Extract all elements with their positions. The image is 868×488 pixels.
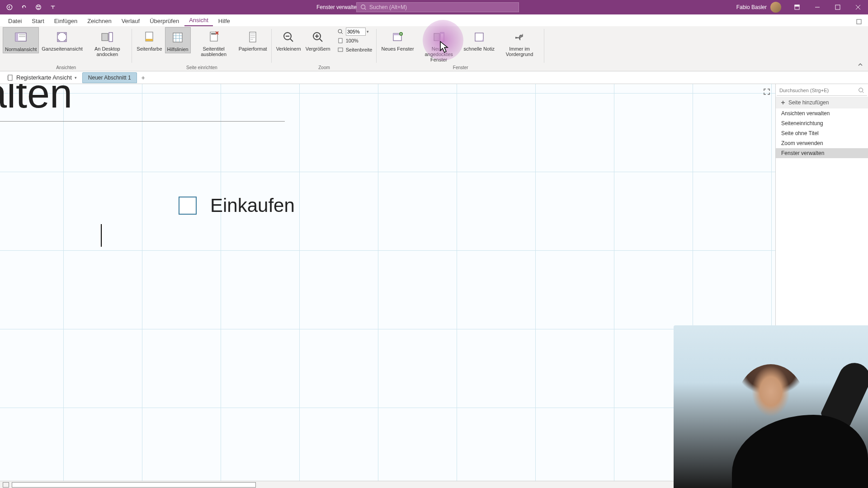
normalansicht-button[interactable]: Normalansicht [3,27,39,53]
qat-customize-button[interactable] [48,2,58,12]
canvas[interactable]: r verwalten Einkaufen [0,84,775,481]
page-item[interactable]: Ansichten verwalten [776,108,868,118]
checkbox-icon[interactable] [179,197,197,215]
svg-line-34 [341,33,343,34]
seitentitel-ausblenden-button[interactable]: Seitentitel ausblenden [192,27,236,58]
avatar[interactable] [770,2,781,13]
section-tab[interactable]: Neuer Abschnitt 1 [82,72,137,83]
tab-ueberpruefen[interactable]: Überprüfen [145,16,184,26]
svg-rect-14 [102,33,108,41]
svg-rect-40 [434,33,439,41]
svg-rect-7 [835,5,840,9]
todo-item[interactable]: Einkaufen [179,195,295,216]
collapse-ribbon-button[interactable] [857,61,865,70]
an-desktop-andocken-button[interactable]: An Desktop andocken [85,27,129,58]
ribbon-display-button[interactable] [787,0,807,14]
svg-point-48 [859,88,863,92]
add-page-button[interactable]: Seite hinzufügen [776,97,868,108]
zoom-percent-field[interactable]: ▾ [335,27,374,36]
seitenbreite-button[interactable]: Seitenbreite [335,45,374,54]
svg-rect-8 [857,19,861,24]
tab-zeichnen[interactable]: Zeichnen [83,16,116,26]
close-button[interactable] [848,0,868,14]
gridlines-icon [170,30,185,45]
svg-point-2 [38,6,38,7]
immer-im-vordergrund-button[interactable]: Immer im Vordergrund [497,27,542,58]
svg-rect-35 [339,38,342,43]
page-color-icon [142,30,156,44]
group-label-zoom: Zoom [318,65,330,71]
schnelle-notiz-button[interactable]: schnelle Notiz [462,27,496,52]
svg-rect-10 [15,33,18,41]
group-label-ansichten: Ansichten [56,65,76,71]
text-cursor [101,224,102,247]
undo-button[interactable] [19,2,29,12]
titlebar: Fenster verwalten - OneNote Fabio Basler [0,0,868,14]
notebook-icon [7,75,14,81]
ribbon-group-ansichten: Normalansicht Ganzseitenansicht An Deskt… [0,26,132,71]
tab-start[interactable]: Start [27,16,48,26]
page-width-icon [337,46,344,53]
svg-point-1 [36,5,41,10]
verkleinern-button[interactable]: Verkleinern [274,27,303,52]
user-name: Fabio Basler [736,4,767,10]
papierformat-button[interactable]: Papierformat [237,27,269,52]
page-title[interactable]: r verwalten [0,84,72,117]
svg-rect-43 [475,33,483,41]
notebook-dropdown[interactable]: Registerkarte Ansicht ▾ [4,73,80,82]
webcam-overlay [674,325,868,488]
dock-icon [100,30,114,44]
expand-page-button[interactable] [763,88,772,97]
todo-text[interactable]: Einkaufen [210,195,295,216]
svg-rect-18 [173,33,182,42]
page-icon [337,37,344,44]
search-box[interactable] [356,2,519,12]
add-section-button[interactable]: + [139,73,148,82]
zoom-100-button[interactable]: 100% [335,36,374,45]
hide-title-icon [207,30,221,44]
page-item[interactable]: Zoom verwenden [776,138,868,148]
svg-point-0 [7,5,12,9]
status-indicator[interactable] [3,482,9,488]
page-search[interactable] [777,85,867,96]
svg-rect-17 [146,39,153,41]
chevron-down-icon: ▾ [75,75,77,80]
page-item[interactable]: Seiteneinrichtung [776,118,868,128]
tab-datei[interactable]: Datei [4,16,26,26]
svg-point-3 [39,6,39,7]
page-item[interactable]: Fenster verwalten [776,148,868,158]
seitenfarbe-button[interactable]: Seitenfarbe [135,27,164,52]
search-icon [858,87,864,94]
svg-rect-42 [440,33,444,34]
new-window-icon [391,30,405,44]
group-label-seite: Seite einrichten [186,65,217,71]
ribbon-group-zoom: Verkleinern Vergrößern ▾ 100% Seiten [272,26,377,71]
tab-einfuegen[interactable]: Einfügen [50,16,82,26]
ganzseitenansicht-button[interactable]: Ganzseitenansicht [40,27,84,52]
plus-icon [780,100,786,105]
ribbon-options-button[interactable] [854,17,863,26]
touch-mode-button[interactable] [33,2,43,12]
quick-note-icon [472,30,486,44]
maximize-button[interactable] [827,0,848,14]
nav-back-button[interactable] [5,2,14,12]
neues-angedocktes-fenster-button[interactable]: Neues angedocktes Fenster [417,27,461,63]
neues-fenster-button[interactable]: Neues Fenster [379,27,415,52]
page-item[interactable]: Seite ohne Titel [776,128,868,138]
page-search-input[interactable] [779,88,858,93]
svg-rect-44 [8,75,12,80]
hilfslinien-button[interactable]: Hilfslinien [165,27,191,53]
status-field[interactable] [12,482,256,488]
vergroessern-button[interactable]: Vergrößern [304,27,332,52]
search-input[interactable] [369,4,515,10]
zoom-in-icon [311,30,325,44]
notebook-nav: Registerkarte Ansicht ▾ Neuer Abschnitt … [0,71,868,84]
pin-icon [512,30,527,44]
tab-ansicht[interactable]: Ansicht [184,15,213,26]
normal-view-icon [14,30,28,45]
tab-hilfe[interactable]: Hilfe [214,16,235,26]
minimize-button[interactable] [807,0,827,14]
menu-tabs: Datei Start Einfügen Zeichnen Verlauf Üb… [0,14,868,26]
tab-verlauf[interactable]: Verlauf [117,16,144,26]
svg-line-32 [320,39,322,42]
